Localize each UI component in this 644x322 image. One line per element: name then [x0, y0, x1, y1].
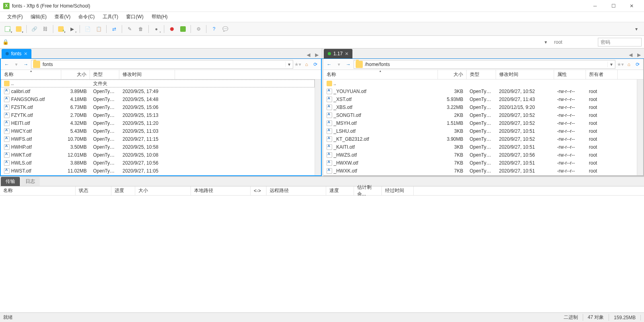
- sync-button[interactable]: ⇄: [109, 24, 119, 34]
- password-input[interactable]: [598, 38, 642, 47]
- tcol-name[interactable]: 名称: [0, 186, 76, 195]
- col-attr[interactable]: 属性: [554, 70, 586, 79]
- reconnect-button[interactable]: 🔗: [29, 24, 39, 34]
- file-row[interactable]: FZSTK.otf6.73MBOpenTyp...2020/9/25, 15:0…: [1, 103, 315, 111]
- transfer-button[interactable]: ▶: [67, 24, 77, 34]
- tcol-dir[interactable]: <->: [251, 186, 267, 195]
- host-dropdown[interactable]: ▾: [542, 39, 549, 45]
- new-folder-button[interactable]: +: [56, 24, 66, 34]
- file-row[interactable]: _HWXK.otf7KBOpenTyp...2020/9/27, 10:51-r…: [323, 167, 637, 175]
- col-date[interactable]: 修改时间: [119, 70, 175, 79]
- forward-button[interactable]: →: [344, 60, 353, 69]
- tcol-local[interactable]: 本地路径: [191, 186, 251, 195]
- file-row[interactable]: _MSYH.otf1.51MBOpenTyp...2020/9/27, 10:5…: [323, 119, 637, 127]
- username-input[interactable]: [552, 38, 595, 46]
- file-row[interactable]: _HWXW.otf7KBOpenTyp...2020/9/27, 10:51-r…: [323, 159, 637, 167]
- file-row[interactable]: HWXH.otf9.20MBOpenTyp...2020/9/27, 10:30: [1, 175, 315, 175]
- home-button[interactable]: ⌂: [303, 60, 311, 68]
- path-dropdown[interactable]: ▾: [285, 62, 293, 67]
- local-tab[interactable]: fonts ✕: [2, 49, 31, 58]
- local-file-list[interactable]: ..文件夹calibri.otf3.89MBOpenTyp...2020/9/2…: [1, 80, 315, 175]
- toolbar-overflow[interactable]: ▾: [631, 24, 642, 34]
- path-dropdown[interactable]: ▾: [607, 62, 615, 67]
- file-row[interactable]: _KAITI.otf3KBOpenTyp...2020/9/27, 10:51-…: [323, 143, 637, 151]
- file-row[interactable]: _YOUYUAN.otf3KBOpenTyp...2020/9/27, 10:5…: [323, 87, 637, 95]
- tab-prev[interactable]: ◀: [305, 52, 312, 58]
- file-row[interactable]: calibri.otf3.89MBOpenTyp...2020/9/25, 17…: [1, 87, 315, 95]
- disconnect-button[interactable]: ⛓: [40, 24, 51, 34]
- path-box[interactable]: /home/fonts ▾: [354, 60, 616, 69]
- tcol-progress[interactable]: 进度: [111, 186, 135, 195]
- file-row[interactable]: _HWXH.otf6KBOpenTyp...2020/9/27, 10:51-r…: [323, 175, 637, 175]
- file-row[interactable]: FZYTK.otf2.70MBOpenTyp...2020/9/25, 15:1…: [1, 111, 315, 119]
- tcol-eta[interactable]: 估计剩余...: [354, 186, 382, 195]
- tab-next[interactable]: ▶: [636, 52, 642, 58]
- file-row[interactable]: _KT_GB2312.otf3.90MBOpenTyp...2020/9/27,…: [323, 135, 637, 143]
- col-size[interactable]: 大小: [61, 70, 90, 79]
- bookmark-button[interactable]: ★▾: [616, 60, 624, 68]
- file-row[interactable]: _XST.otf5.93MBOpenTyp...2020/9/27, 11:43…: [323, 95, 637, 103]
- col-name[interactable]: 名称: [323, 70, 438, 79]
- col-owner[interactable]: 所有者: [586, 70, 618, 79]
- tcol-status[interactable]: 状态: [76, 186, 111, 195]
- xshell-button[interactable]: [178, 24, 188, 34]
- menu-edit[interactable]: 编辑(E): [27, 13, 50, 21]
- menu-window[interactable]: 窗口(W): [123, 13, 146, 21]
- file-row[interactable]: FANGSONG.otf4.18MBOpenTyp...2020/9/25, 1…: [1, 95, 315, 103]
- help-button[interactable]: ?: [209, 24, 219, 34]
- edit-button[interactable]: ✎: [125, 24, 135, 34]
- back-button[interactable]: ←: [2, 60, 11, 69]
- copy-button[interactable]: 📄: [82, 24, 93, 34]
- home-button[interactable]: ⌂: [625, 60, 633, 68]
- recent-dropdown[interactable]: ▾: [335, 60, 343, 69]
- menu-view[interactable]: 查看(V): [51, 13, 74, 21]
- file-row[interactable]: HWHP.otf3.50MBOpenTyp...2020/9/25, 10:58: [1, 143, 315, 151]
- maximize-button[interactable]: ☐: [604, 0, 623, 12]
- close-button[interactable]: ✕: [623, 0, 641, 12]
- host-input[interactable]: [11, 38, 540, 47]
- menu-help[interactable]: 帮助(H): [148, 13, 171, 21]
- minimize-button[interactable]: ─: [586, 0, 604, 12]
- tab-next[interactable]: ▶: [313, 52, 320, 58]
- file-row[interactable]: HWCY.otf5.43MBOpenTyp...2020/9/25, 11:03: [1, 127, 315, 135]
- chat-button[interactable]: 💬: [220, 24, 230, 34]
- col-type[interactable]: 类型: [90, 70, 119, 79]
- file-row[interactable]: HWLS.otf3.88MBOpenTyp...2020/9/27, 10:56: [1, 159, 315, 167]
- parent-folder-row[interactable]: ..: [323, 80, 637, 87]
- scrollbar[interactable]: [637, 80, 643, 175]
- scrollbar[interactable]: [315, 80, 321, 175]
- forward-button[interactable]: →: [21, 60, 30, 69]
- file-row[interactable]: HWST.otf11.02MBOpenTyp...2020/9/27, 11:0…: [1, 167, 315, 175]
- file-row[interactable]: _HWZS.otf7KBOpenTyp...2020/9/27, 10:56-r…: [323, 151, 637, 159]
- menu-command[interactable]: 命令(C): [75, 13, 98, 21]
- tcol-elapsed[interactable]: 经过时间: [382, 186, 414, 195]
- bookmark-button[interactable]: ★▾: [294, 60, 302, 68]
- file-row[interactable]: _LSHU.otf3KBOpenTyp...2020/9/27, 10:51-r…: [323, 127, 637, 135]
- tab-close-icon[interactable]: ✕: [345, 51, 348, 56]
- log-tab[interactable]: 日志: [21, 177, 40, 186]
- refresh-button[interactable]: ⟳: [311, 60, 319, 68]
- remote-tab[interactable]: 1.17 ✕: [324, 49, 352, 58]
- path-box[interactable]: fonts ▾: [31, 60, 293, 69]
- col-name[interactable]: 名称: [1, 70, 61, 79]
- open-session-button[interactable]: [14, 24, 24, 34]
- stop-button[interactable]: ⬣: [167, 24, 177, 34]
- parent-folder-row[interactable]: ..文件夹: [1, 80, 315, 87]
- tcol-remote[interactable]: 远程路径: [267, 186, 326, 195]
- settings-button[interactable]: ⚙: [193, 24, 204, 34]
- remote-file-list[interactable]: .._YOUYUAN.otf3KBOpenTyp...2020/9/27, 10…: [323, 80, 637, 175]
- new-session-button[interactable]: +: [2, 24, 13, 34]
- file-row[interactable]: HWKT.otf12.01MBOpenTyp...2020/9/25, 10:0…: [1, 151, 315, 159]
- col-size[interactable]: 大小: [438, 70, 467, 79]
- view-mode-button[interactable]: ●: [151, 24, 161, 34]
- transfer-tab[interactable]: 传输: [1, 177, 20, 186]
- file-row[interactable]: HWFS.otf10.70MBOpenTyp...2020/9/27, 11:1…: [1, 135, 315, 143]
- paste-button[interactable]: 📋: [93, 24, 104, 34]
- tcol-speed[interactable]: 速度: [326, 186, 354, 195]
- recent-dropdown[interactable]: ▾: [12, 60, 21, 69]
- file-row[interactable]: HEITI.otf4.32MBOpenTyp...2020/9/25, 11:2…: [1, 119, 315, 127]
- col-type[interactable]: 类型: [467, 70, 496, 79]
- file-row[interactable]: _SONGTI.otf2KBOpenTyp...2020/9/27, 10:52…: [323, 111, 637, 119]
- tcol-size[interactable]: 大小: [135, 186, 191, 195]
- menu-file[interactable]: 文件(F): [4, 13, 26, 21]
